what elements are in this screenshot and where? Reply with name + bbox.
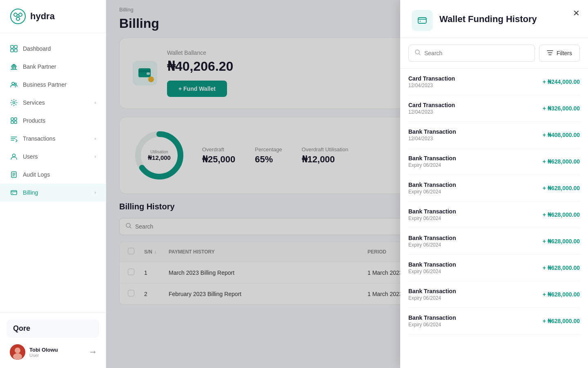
sidebar-item-label: Transactions — [23, 135, 56, 142]
search-icon — [414, 49, 421, 57]
panel-close-button[interactable]: ✕ — [573, 8, 580, 18]
svg-point-2 — [19, 13, 22, 16]
transaction-type: Bank Transaction — [408, 182, 456, 188]
sidebar-item-business-partner[interactable]: Business Partner — [0, 76, 106, 94]
svg-rect-7 — [11, 45, 13, 48]
svg-rect-25 — [11, 191, 17, 195]
sidebar: hydra Dashboard Bank Partner Business Pa… — [0, 0, 106, 368]
grid-icon — [10, 45, 18, 53]
svg-point-3 — [16, 17, 20, 20]
panel-filters-button[interactable]: Filters — [539, 45, 580, 62]
bank-icon — [10, 63, 18, 71]
history-item: Card Transaction 12/04/2023 + ₦326,000.0… — [408, 95, 580, 122]
sidebar-item-label: Bank Partner — [23, 63, 56, 70]
transaction-type: Bank Transaction — [408, 128, 456, 135]
transaction-type: Bank Transaction — [408, 208, 456, 215]
svg-rect-10 — [14, 49, 17, 52]
panel-search-input[interactable] — [424, 50, 529, 56]
panel-header: Wallet Funding History ✕ — [400, 0, 588, 38]
sidebar-item-label: Services — [23, 99, 45, 106]
history-item: Bank Transaction Expiry 06/2024 + ₦628,0… — [408, 175, 580, 202]
transaction-date: Expiry 06/2024 — [408, 162, 456, 168]
panel-transaction-list: Card Transaction 12/04/2023 + ₦244,000.0… — [400, 69, 588, 368]
user-row: Tobi Olowu User ➞ — [7, 343, 99, 361]
sidebar-item-audit-logs[interactable]: Audit Logs — [0, 166, 106, 184]
svg-rect-20 — [14, 118, 17, 120]
transaction-date: 12/04/2023 — [408, 109, 455, 115]
panel-icon — [412, 10, 433, 31]
panel-title: Wallet Funding History — [439, 14, 577, 25]
transaction-type: Card Transaction — [408, 75, 455, 82]
svg-rect-8 — [14, 45, 17, 48]
svg-rect-9 — [11, 49, 13, 52]
history-item-info: Bank Transaction Expiry 06/2024 — [408, 208, 456, 221]
history-item-info: Bank Transaction Expiry 06/2024 — [408, 155, 456, 168]
sidebar-item-products[interactable]: Products — [0, 112, 106, 130]
chevron-down-icon: › — [94, 136, 96, 141]
svg-rect-13 — [13, 67, 14, 69]
transaction-amount: + ₦628,000.00 — [543, 318, 580, 324]
sidebar-item-label: Audit Logs — [23, 171, 50, 178]
transaction-amount: + ₦628,000.00 — [543, 265, 580, 271]
svg-point-23 — [13, 154, 16, 157]
transaction-amount: + ₦628,000.00 — [543, 211, 580, 218]
svg-point-29 — [13, 353, 22, 360]
transaction-type: Card Transaction — [408, 102, 455, 108]
chevron-down-icon: › — [94, 100, 96, 105]
history-item: Bank Transaction Expiry 06/2024 + ₦628,0… — [408, 228, 580, 255]
history-item-info: Bank Transaction Expiry 06/2024 — [408, 261, 456, 274]
history-item-info: Bank Transaction Expiry 06/2024 — [408, 235, 456, 248]
qore-box: Qore — [7, 319, 99, 338]
partner-icon — [10, 81, 18, 89]
svg-point-18 — [13, 102, 15, 104]
transaction-type: Bank Transaction — [408, 155, 456, 162]
history-item: Card Transaction 12/04/2023 + ₦244,000.0… — [408, 69, 580, 95]
sidebar-item-label: Billing — [23, 189, 38, 196]
transaction-type: Bank Transaction — [408, 288, 456, 294]
svg-point-0 — [11, 9, 25, 24]
hydra-logo-icon — [10, 8, 26, 25]
transaction-date: Expiry 06/2024 — [408, 322, 456, 328]
sidebar-item-services[interactable]: Services › — [0, 94, 106, 112]
sidebar-item-users[interactable]: Users › — [0, 148, 106, 166]
svg-rect-36 — [418, 18, 426, 23]
transaction-amount: + ₦628,000.00 — [543, 158, 580, 165]
svg-rect-12 — [12, 67, 13, 69]
transaction-amount: + ₦326,000.00 — [543, 105, 580, 112]
sidebar-item-label: Products — [23, 117, 45, 124]
main-content: Billing Billing Wallet Ballance ₦40,206.… — [106, 0, 588, 368]
sidebar-item-dashboard[interactable]: Dashboard — [0, 40, 106, 58]
svg-rect-11 — [11, 66, 17, 67]
user-info: Tobi Olowu User — [29, 347, 86, 358]
transactions-icon — [10, 135, 18, 143]
transaction-type: Bank Transaction — [408, 235, 456, 241]
sidebar-item-bank-partner[interactable]: Bank Partner — [0, 58, 106, 76]
services-icon — [10, 99, 18, 107]
history-item-info: Card Transaction 12/04/2023 — [408, 75, 455, 88]
sidebar-logo: hydra — [0, 0, 106, 33]
history-item-info: Bank Transaction Expiry 06/2024 — [408, 288, 456, 301]
transaction-date: Expiry 06/2024 — [408, 242, 456, 248]
svg-rect-21 — [11, 121, 13, 123]
transaction-type: Bank Transaction — [408, 314, 456, 321]
transaction-amount: + ₦628,000.00 — [543, 291, 580, 298]
history-item: Bank Transaction Expiry 06/2024 + ₦628,0… — [408, 148, 580, 175]
transaction-amount: + ₦408,000.00 — [543, 132, 580, 138]
svg-point-26 — [12, 193, 13, 194]
sidebar-navigation: Dashboard Bank Partner Business Partner … — [0, 33, 106, 312]
svg-point-28 — [15, 348, 20, 353]
transaction-date: Expiry 06/2024 — [408, 269, 456, 274]
svg-point-17 — [15, 83, 16, 85]
sidebar-item-transactions[interactable]: Transactions › — [0, 130, 106, 148]
sidebar-item-billing[interactable]: Billing › — [0, 184, 106, 202]
products-icon — [10, 117, 18, 125]
history-item: Bank Transaction 12/04/2023 + ₦408,000.0… — [408, 122, 580, 148]
transaction-date: Expiry 06/2024 — [408, 295, 456, 301]
svg-point-1 — [14, 13, 17, 16]
logout-icon[interactable]: ➞ — [90, 348, 96, 357]
transaction-date: 12/04/2023 — [408, 136, 456, 141]
avatar — [10, 344, 25, 360]
history-item: Bank Transaction Expiry 06/2024 + ₦628,0… — [408, 202, 580, 228]
users-icon — [10, 153, 18, 161]
panel-search-box[interactable] — [408, 45, 535, 62]
